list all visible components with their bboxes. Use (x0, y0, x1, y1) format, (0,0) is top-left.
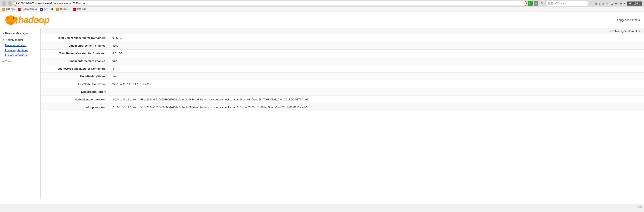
bookmark-icon: JD (73, 8, 76, 11)
house-icon[interactable]: ⌂ (602, 1, 604, 6)
table-row-label: Vmem enforcement enabled (40, 42, 109, 50)
sidebar-section-nodemanager: ▼ NodeManager Node Information List of A… (0, 37, 40, 58)
sidebar-header-nodemanager[interactable]: ▼ NodeManager (0, 37, 40, 43)
table-row-value (109, 88, 644, 96)
bookmark-icon: 🦊 (18, 8, 21, 11)
info-table: Total Vmem allocated for Containers9.05 … (40, 34, 644, 111)
reload-button[interactable]: ↻ (540, 1, 544, 6)
download-icon[interactable]: ↓ (598, 1, 601, 6)
content-area: NodeManager information Total Vmem alloc… (40, 28, 644, 199)
node-manager-label: NodeManager (6, 38, 23, 42)
site-header: hadoop Logged in as: hdfs (0, 12, 644, 28)
table-row-value: 2.6.0-cdh5.11.1 from b581c269ca3610c603b… (109, 96, 644, 104)
bookmark-label: 最常访问 (5, 8, 16, 11)
menu-icon[interactable]: ≡ (623, 1, 626, 6)
sidebar-item-node-information[interactable]: Node Information (0, 43, 40, 48)
bookmark-icon: ★ (2, 8, 5, 11)
sidebar-item-list-of-applications[interactable]: List of Applications (0, 48, 40, 52)
table-row-value: true (109, 57, 644, 65)
home-icon[interactable]: ⊡ (594, 1, 598, 6)
table-row: Vmem enforcement enabledfalse (40, 42, 644, 50)
security-icon: 🛡 (528, 1, 533, 6)
table-row-value: 4.31 GB (109, 50, 644, 57)
chat-icon[interactable]: 💬 (610, 1, 614, 6)
toolbar-icons: ☆ ⊡ ↓ ⌂ ⇄ 💬 ↩ ↪ ≡ (590, 1, 626, 6)
redo-icon[interactable]: ↪ (619, 1, 622, 6)
sidebar-header-resourcemanager[interactable]: ▶ ResourceManager (0, 30, 40, 36)
bookmark-label: 火狐官方站点 (22, 8, 37, 11)
svg-rect-3 (9, 22, 10, 25)
table-row-label: Total Pmem allocated for Container (40, 50, 109, 57)
table-row: Node Manager Version:2.6.0-cdh5.11.1 fro… (40, 96, 644, 104)
table-row-value: true (109, 73, 644, 80)
elephant-logo-icon (4, 14, 18, 26)
bookmark-icon: ☆ (56, 8, 59, 11)
search-bar[interactable] (546, 1, 588, 6)
table-row-label: NodeHealthReport (40, 88, 109, 96)
table-row: Total Pmem allocated for Container4.31 G… (40, 50, 644, 57)
table-row: NodeHealthyStatustrue (40, 73, 644, 80)
table-row-value: Wed Jul 26 11:57:17 EDT 2017 (109, 80, 644, 88)
table-row-label: LastNodeHealthTime (40, 80, 109, 88)
sidebar-section-resourcemanager: ▶ ResourceManager (0, 30, 40, 36)
table-row-label: NodeHealthyStatus (40, 73, 109, 80)
bookmarks-bar: ★ 最常访问 🦊 火狐官方站点 ● 新手上路 ☆ 常用网址 JD 京东商城 (0, 7, 644, 12)
bookmark-label: 新手上路 (43, 8, 54, 11)
table-row-value: 4 (109, 65, 644, 73)
table-row-label: Node Manager Version: (40, 96, 109, 104)
hadoop-logo: hadoop (4, 14, 49, 26)
tools-label: Tools (5, 60, 12, 63)
table-row: NodeHealthReport (40, 88, 644, 96)
browser-toolbar: ‹ › 🛡 ⊞ ↻ ☆ ⊡ ↓ ⌂ ⇄ 💬 ↩ ↪ ≡ 移动版书签 (0, 0, 644, 7)
bookmark-item[interactable]: ● 新手上路 (40, 8, 54, 11)
page-footer: 亿速比 (0, 204, 644, 209)
table-row: LastNodeHealthTimeWed Jul 26 11:57:17 ED… (40, 80, 644, 88)
resource-manager-label: ResourceManager (5, 32, 28, 35)
main-layout: ▶ ResourceManager ▼ NodeManager Node Inf… (0, 28, 644, 199)
table-row-label: Total VCores allocated for Containers (40, 65, 109, 73)
table-row-label: Pmem enforcement enabled (40, 57, 109, 65)
tools-arrow-icon: ▶ (2, 60, 4, 62)
table-row: Hadoop Version:2.6.0-cdh5.11.1 from b581… (40, 104, 644, 111)
address-bar[interactable] (14, 1, 527, 6)
page-container: hadoop Logged in as: hdfs ▶ ResourceMana… (0, 12, 644, 204)
section-title: NodeManager information (608, 30, 640, 33)
mobile-bookmarks-button[interactable]: 移动版书签 (627, 2, 642, 6)
svg-point-2 (6, 17, 9, 19)
table-row-value: 9.05 GB (109, 34, 644, 42)
sidebar-item-list-of-containers[interactable]: List of Containers (0, 52, 40, 58)
bookmark-label: 京东商城 (76, 8, 86, 11)
table-row: Total Vmem allocated for Containers9.05 … (40, 34, 644, 42)
table-row: Pmem enforcement enabledtrue (40, 57, 644, 65)
sidebar-section-tools: ▶ Tools (0, 58, 40, 64)
undo-icon[interactable]: ↩ (615, 1, 618, 6)
back-button[interactable]: ‹ (2, 1, 6, 6)
svg-point-5 (12, 17, 14, 18)
table-row: Total VCores allocated for Containers4 (40, 65, 644, 73)
bookmark-item[interactable]: 🦊 火狐官方站点 (18, 8, 37, 11)
grid-icon: ⊞ (534, 1, 538, 6)
table-row-label: Hadoop Version: (40, 104, 109, 111)
bookmark-icon: ● (40, 8, 43, 11)
bookmark-item[interactable]: ★ 最常访问 (2, 8, 16, 11)
sync-icon[interactable]: ⇄ (605, 1, 608, 6)
sidebar-header-tools[interactable]: ▶ Tools (0, 58, 40, 64)
table-row-value: false (109, 42, 644, 50)
forward-button[interactable]: › (8, 1, 12, 6)
bookmark-item[interactable]: JD 京东商城 (73, 8, 86, 11)
browser-chrome: ‹ › 🛡 ⊞ ↻ ☆ ⊡ ↓ ⌂ ⇄ 💬 ↩ ↪ ≡ 移动版书签 ★ 最常访问… (0, 0, 644, 12)
hadoop-logo-text: hadoop (18, 15, 49, 25)
content-header: NodeManager information (40, 28, 644, 34)
table-row-value: 2.6.0-cdh5.11.1 from b581c269ca3610c603b… (109, 104, 644, 111)
node-manager-arrow-icon: ▼ (2, 39, 5, 41)
logged-in-text: Logged in as: hdfs (617, 18, 640, 22)
bookmark-item[interactable]: ☆ 常用网址 (56, 8, 70, 11)
resource-manager-arrow-icon: ▶ (2, 32, 4, 34)
bookmark-label: 常用网址 (60, 8, 70, 11)
table-row-label: Total Vmem allocated for Containers (40, 34, 109, 42)
svg-rect-4 (11, 22, 12, 25)
sidebar: ▶ ResourceManager ▼ NodeManager Node Inf… (0, 28, 40, 199)
star-icon[interactable]: ☆ (590, 1, 593, 6)
